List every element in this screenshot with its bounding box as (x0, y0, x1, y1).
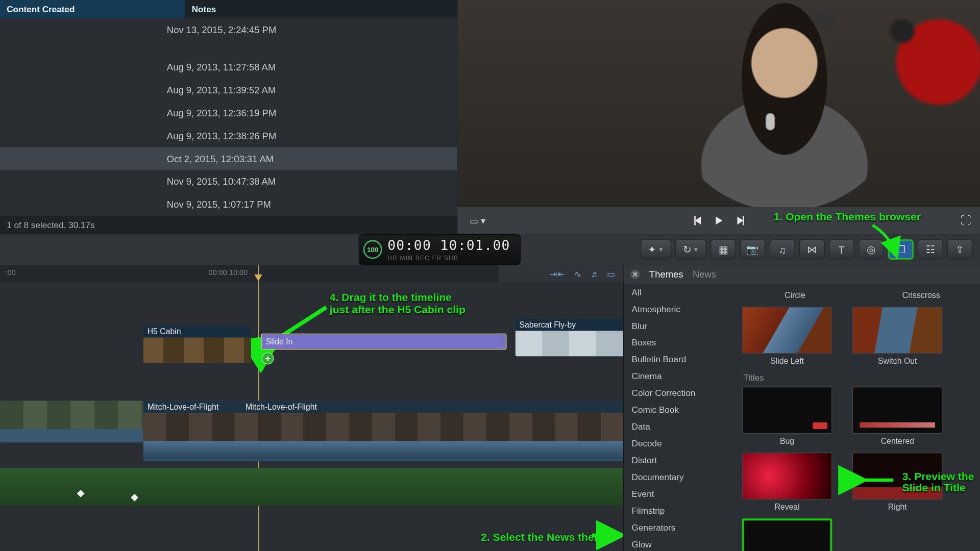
column-notes[interactable]: Notes (185, 0, 457, 18)
titles-browser[interactable]: T (829, 239, 854, 260)
theme-thumb-centered[interactable]: Centered (852, 387, 943, 446)
theme-category-generators[interactable]: Generators (624, 519, 736, 536)
close-icon[interactable]: ✕ (630, 270, 640, 279)
theme-category-blur[interactable]: Blur (624, 317, 736, 334)
clip-broll-left[interactable] (0, 401, 143, 443)
share-button[interactable]: ⇪ (947, 239, 973, 260)
theme-category-list[interactable]: AllAtmosphericBlurBoxesBulletin BoardCin… (624, 284, 736, 551)
music-browser[interactable]: ♫ (770, 239, 795, 260)
event-row[interactable]: Aug 9, 2013, 12:38:26 PM (0, 124, 457, 147)
event-row[interactable] (0, 41, 457, 56)
event-browser: Content Created Notes Nov 13, 2015, 2:24… (0, 0, 457, 234)
clip-audio-waveform (0, 429, 143, 442)
breadcrumb-news[interactable]: News (693, 269, 716, 280)
viewer-canvas[interactable] (457, 0, 980, 207)
viewer: ▭ ▾ ⛶ (457, 0, 980, 234)
transitions-browser[interactable]: ⋈ (799, 239, 825, 260)
event-row[interactable]: Nov 13, 2015, 2:24:45 PM (0, 18, 457, 41)
event-columns-header: Content Created Notes (0, 0, 457, 18)
titles-section-header: Titles (743, 372, 974, 383)
theme-thumbnail-image (852, 307, 943, 354)
clip-label: Mitch-Love-of-Flight (148, 402, 219, 411)
previous-edit-button[interactable] (694, 216, 701, 225)
viewer-video-frame (667, 0, 902, 211)
theme-thumb-slide-left[interactable]: Slide Left (742, 307, 832, 366)
event-list[interactable]: Nov 13, 2015, 2:24:45 PMAug 9, 2013, 11:… (0, 18, 457, 216)
theme-category-distort[interactable]: Distort (624, 452, 736, 469)
theme-category-cinema[interactable]: Cinema (624, 368, 736, 385)
theme-category-atmospheric[interactable]: Atmospheric (624, 300, 736, 317)
theme-thumbnail-image (742, 518, 832, 551)
theme-thumbnail-label: Slide Left (742, 357, 832, 366)
theme-category-bulletin-board[interactable]: Bulletin Board (624, 351, 736, 368)
theme-category-documentary[interactable]: Documentary (624, 469, 736, 486)
fullscreen-button[interactable]: ⛶ (961, 214, 971, 227)
audio-skimming-icon[interactable]: ♬ (591, 269, 598, 279)
event-row[interactable]: Aug 9, 2013, 11:27:58 AM (0, 56, 457, 79)
theme-category-glow[interactable]: Glow (624, 536, 736, 551)
theme-category-event[interactable]: Event (624, 486, 736, 503)
theme-category-boxes[interactable]: Boxes (624, 334, 736, 351)
annotation-3-arrow-icon (863, 473, 895, 490)
music-track[interactable] (0, 468, 623, 506)
clip-filmstrip (143, 413, 623, 441)
theme-category-data[interactable]: Data (624, 418, 736, 435)
theme-category-all[interactable]: All (624, 284, 736, 300)
next-edit-button[interactable] (738, 216, 744, 225)
themes-browser-panel: ✕ Themes News AllAtmosphericBlurBoxesBul… (623, 265, 980, 551)
retime-menu[interactable]: ↻▼ (675, 239, 706, 260)
event-row[interactable]: Aug 9, 2013, 11:39:52 AM (0, 79, 457, 102)
clip-label: H5 Cabin (143, 325, 251, 338)
theme-thumb-switch-out[interactable]: Switch Out (852, 307, 943, 366)
clip-filmstrip (516, 331, 623, 356)
timecode-units-label: HR MIN SEC FR SUB (387, 255, 510, 262)
event-row[interactable]: Nov 9, 2015, 10:47:38 AM (0, 170, 457, 193)
clip-slide-in-title-drop[interactable]: Slide In (261, 334, 506, 350)
keyframe-icon[interactable] (131, 494, 138, 502)
theme-thumbnail-image (742, 453, 832, 499)
timecode-value: 00:00 10:01.00 (387, 237, 510, 254)
clip-h5-cabin[interactable]: H5 Cabin (143, 325, 251, 363)
theme-thumbnail-label: Crisscross (876, 290, 966, 299)
theme-thumb-circle[interactable]: Circle (750, 288, 840, 300)
event-row[interactable]: Nov 9, 2015, 1:07:17 PM (0, 193, 457, 216)
breadcrumb-themes[interactable]: Themes (649, 269, 683, 280)
column-content-created[interactable]: Content Created (0, 0, 185, 18)
annotation-2-arrow-icon (591, 527, 623, 545)
library-browser[interactable]: ▦ (710, 239, 736, 260)
theme-thumbnail-label: Switch Out (852, 357, 943, 366)
theme-category-filmstrip[interactable]: Filmstrip (624, 503, 736, 519)
event-row[interactable]: Oct 2, 2015, 12:03:31 AM (0, 147, 457, 170)
clip-label: Mitch-Love-of-Flight (246, 402, 317, 411)
solo-icon[interactable]: ▭ (607, 269, 615, 279)
clip-mitch-love-of-flight[interactable]: Mitch-Love-of-Flight Mitch-Love-of-Fligh… (143, 401, 623, 462)
clip-filmstrip (143, 338, 251, 363)
theme-category-color-correction[interactable]: Color Correction (624, 385, 736, 402)
theme-thumb-slide-in[interactable]: Slide In (742, 518, 832, 551)
ruler-tick: 00:00:10:00 (209, 268, 248, 277)
clip-sabercat-flyby[interactable]: Sabercat Fly-by (516, 319, 623, 357)
inspector-toggle[interactable]: ☷ (918, 239, 943, 260)
theme-thumbnail-grid[interactable]: CircleCrisscross Slide LeftSwitch Out Ti… (736, 284, 980, 551)
skimming-icon[interactable]: ∿ (574, 269, 581, 279)
transform-tool-dropdown[interactable]: ▭ ▾ (470, 215, 485, 226)
annotation-4: 4. Drag it to the timeline just after th… (330, 292, 465, 316)
keyframe-icon[interactable] (77, 490, 85, 497)
theme-thumb-crisscross[interactable]: Crisscross (876, 288, 966, 300)
theme-thumb-reveal[interactable]: Reveal (742, 453, 832, 512)
timecode-dial-icon: 100 (363, 240, 382, 259)
play-button[interactable] (716, 216, 722, 224)
timecode-display[interactable]: 100 00:00 10:01.00 HR MIN SEC FR SUB (358, 234, 520, 265)
clip-filmstrip (0, 401, 143, 429)
theme-thumbnail-image (742, 387, 832, 434)
theme-category-comic-book[interactable]: Comic Book (624, 402, 736, 418)
event-row[interactable]: Aug 9, 2013, 12:36:19 PM (0, 102, 457, 124)
add-indicator-icon: + (262, 353, 274, 365)
ruler-tick: :00 (6, 268, 16, 277)
timeline[interactable]: :0000:00:10:0000:00:15:00.0000:00:20:00.… (0, 265, 623, 551)
photos-browser[interactable]: 📷 (740, 239, 766, 260)
tools-menu[interactable]: ✦▼ (641, 239, 672, 260)
snapping-icon[interactable]: ⇥⇤ (550, 269, 565, 279)
theme-thumb-bug[interactable]: Bug (742, 387, 832, 446)
theme-category-decode[interactable]: Decode (624, 435, 736, 452)
